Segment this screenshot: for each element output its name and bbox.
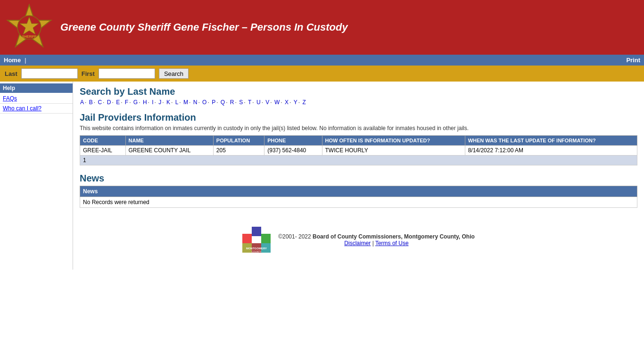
cell-code: GREE-JAIL [80, 146, 126, 156]
cell-last-update: 8/14/2022 7:12:00 AM [465, 146, 637, 156]
alpha-O[interactable]: O [202, 99, 206, 106]
alpha-G[interactable]: G [133, 99, 138, 106]
news-col-header: News [80, 186, 637, 197]
cell-population: 205 [213, 146, 264, 156]
alpha-H[interactable]: H [143, 99, 147, 106]
news-section: News News No Records were returned [80, 173, 637, 208]
alpha-C[interactable]: C [98, 99, 102, 106]
count-row: 1 [80, 156, 637, 165]
print-nav-link[interactable]: Print [626, 57, 640, 64]
news-no-records-cell: No Records were returned [80, 197, 637, 208]
disclaimer-link[interactable]: Disclaimer [344, 240, 371, 247]
col-name: NAME [125, 136, 213, 146]
sheriff-badge-icon: SHERIFF [6, 4, 53, 51]
col-update-freq: HOW OFTEN IS INFORMATION UPDATED? [322, 136, 465, 146]
alpha-W[interactable]: W [274, 99, 280, 106]
alpha-U[interactable]: U [256, 99, 261, 106]
col-last-update: WHEN WAS THE LAST UPDATE OF INFORMATION? [465, 136, 637, 146]
first-name-label: First [82, 70, 95, 77]
sidebar-item-faqs[interactable]: FAQs [0, 94, 73, 104]
alpha-Z[interactable]: Z [302, 99, 305, 106]
home-nav-link[interactable]: Home [4, 57, 21, 64]
news-table: News No Records were returned [80, 186, 637, 208]
col-phone: PHONE [264, 136, 322, 146]
main-content: Search by Last Name A· B· C· D· E· F· G·… [73, 82, 644, 270]
alpha-F[interactable]: F [125, 99, 128, 106]
svg-text:MONTGOMERY: MONTGOMERY [246, 247, 267, 250]
alpha-R[interactable]: R [230, 99, 234, 106]
col-population: POPULATION [213, 136, 264, 146]
first-name-input[interactable] [99, 68, 155, 79]
last-name-input[interactable] [21, 68, 78, 79]
search-bar: Last First Search [0, 66, 644, 82]
cell-phone: (937) 562-4840 [264, 146, 322, 156]
sidebar-help-header: Help [0, 83, 73, 93]
svg-rect-4 [242, 234, 252, 243]
main-wrapper: Help FAQs Who can I call? Search by Last… [0, 82, 644, 270]
count-cell: 1 [80, 156, 637, 165]
svg-rect-5 [252, 227, 261, 236]
cell-update-freq: TWICE HOURLY [322, 146, 465, 156]
alpha-S[interactable]: S [239, 99, 243, 106]
svg-rect-6 [261, 234, 271, 243]
alpha-A[interactable]: A [80, 99, 84, 106]
alpha-T[interactable]: T [248, 99, 251, 106]
news-title: News [80, 173, 637, 184]
jail-providers-section: Jail Providers Information This website … [80, 112, 637, 165]
col-code: CODE [80, 136, 126, 146]
svg-text:COUNTY: COUNTY [252, 250, 262, 253]
alpha-K[interactable]: K [166, 99, 170, 106]
jail-providers-description: This website contains information on inm… [80, 125, 637, 132]
cell-name: GREENE COUNTY JAIL [125, 146, 213, 156]
alpha-D[interactable]: D [107, 99, 111, 106]
montgomery-logo: MONTGOMERY COUNTY [242, 227, 271, 253]
alpha-E[interactable]: E [116, 99, 120, 106]
alpha-B[interactable]: B [89, 99, 93, 106]
navigation-bar: Home | Print [0, 55, 644, 66]
page-header: SHERIFF Greene County Sheriff Gene Fisch… [0, 0, 644, 55]
sidebar: Help FAQs Who can I call? [0, 82, 73, 270]
alpha-M[interactable]: M [183, 99, 188, 106]
alpha-X[interactable]: X [285, 99, 289, 106]
page-footer: MONTGOMERY COUNTY ©2001- 2022 Board of C… [80, 217, 637, 265]
jail-providers-title: Jail Providers Information [80, 112, 637, 123]
alpha-N[interactable]: N [193, 99, 198, 106]
alpha-P[interactable]: P [212, 99, 215, 106]
montgomery-logo-icon: MONTGOMERY COUNTY [242, 227, 271, 255]
sidebar-item-who-can-i-call[interactable]: Who can I call? [0, 104, 73, 114]
alpha-L[interactable]: L [175, 99, 179, 106]
terms-link[interactable]: Terms of Use [375, 240, 409, 247]
alpha-V[interactable]: V [265, 99, 269, 106]
news-no-records-row: No Records were returned [80, 197, 637, 208]
copyright-text: ©2001- 2022 [278, 233, 313, 240]
sheriff-logo: SHERIFF [6, 4, 53, 51]
svg-text:SHERIFF: SHERIFF [22, 35, 37, 38]
org-text: Board of County Commissioners, Montgomer… [313, 233, 475, 240]
page-title: Greene County Sheriff Gene Fischer – Per… [60, 21, 348, 33]
alpha-Q[interactable]: Q [221, 99, 225, 106]
footer-logo-area: MONTGOMERY COUNTY ©2001- 2022 Board of C… [89, 227, 628, 253]
alpha-Y[interactable]: Y [294, 99, 297, 106]
alpha-J[interactable]: J [158, 99, 161, 106]
nav-left: Home | [4, 57, 26, 64]
footer-copyright: ©2001- 2022 Board of County Commissioner… [278, 233, 475, 247]
nav-divider: | [25, 57, 26, 64]
footer-text-block: ©2001- 2022 Board of County Commissioner… [278, 233, 475, 247]
search-by-lastname-section: Search by Last Name A· B· C· D· E· F· G·… [80, 86, 637, 106]
last-name-label: Last [5, 70, 17, 77]
jail-providers-table: CODE NAME POPULATION PHONE HOW OFTEN IS … [80, 135, 637, 165]
alpha-I[interactable]: I [152, 99, 153, 106]
search-lastname-title: Search by Last Name [80, 86, 637, 97]
alphabet-bar: A· B· C· D· E· F· G· H· I· J· K· L· M· N… [80, 99, 637, 106]
search-button[interactable]: Search [159, 68, 189, 79]
table-row: GREE-JAIL GREENE COUNTY JAIL 205 (937) 5… [80, 146, 637, 156]
